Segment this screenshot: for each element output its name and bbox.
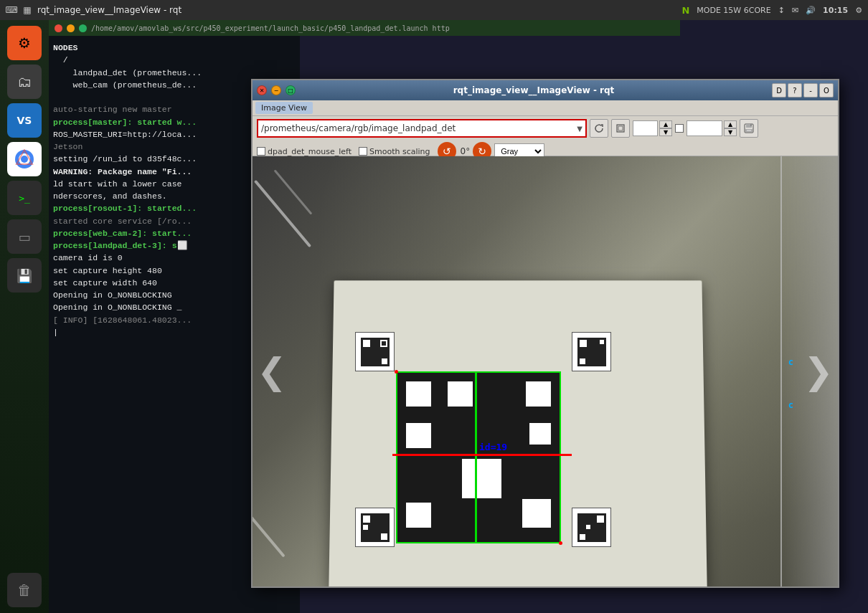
- sidebar-item-chrome[interactable]: [7, 142, 42, 176]
- sidebar-item-settings[interactable]: ⚙: [7, 26, 42, 60]
- mail-icon: ✉: [792, 6, 798, 15]
- save-image-button[interactable]: [740, 119, 758, 138]
- rqt-menubar: Image View: [253, 100, 838, 116]
- unit-value-input[interactable]: 0.01m: [687, 120, 722, 136]
- spin-group: ▲ ▼: [659, 120, 672, 136]
- nav-arrow-right[interactable]: ❯: [803, 351, 834, 392]
- corner-dot-tl: [395, 370, 398, 374]
- arrow-icon: ↕: [778, 6, 785, 15]
- checkbox1-box[interactable]: [257, 147, 265, 156]
- svg-rect-11: [617, 125, 624, 132]
- rqt-max-button[interactable]: □: [286, 85, 296, 95]
- green-vertical-line: [475, 371, 477, 543]
- mode-text: MODE 15W 6CORE: [697, 6, 770, 15]
- fiducial-tl-inner: [361, 338, 390, 366]
- term-line-nodes: NODES: [53, 42, 296, 54]
- monitor-icon: ▦: [22, 4, 33, 16]
- aruco-cell-6: [529, 423, 551, 445]
- aruco-cell-4: [406, 423, 431, 448]
- fit-checkbox-group: [675, 124, 684, 133]
- zoom-spinbox: 0 ▲ ▼: [633, 120, 672, 136]
- unit-spinbox: 0.01m ▲ ▼: [687, 120, 737, 136]
- term-line-slash: /: [53, 54, 296, 66]
- fit-button[interactable]: [611, 119, 630, 138]
- menu-item-imageview[interactable]: Image View: [255, 102, 313, 114]
- svg-rect-12: [618, 126, 623, 130]
- rqt-minimize-button[interactable]: -: [803, 83, 818, 98]
- spin-up-button[interactable]: ▲: [659, 120, 672, 128]
- fiducial-tr-inner: [577, 338, 606, 366]
- rqt-top-right-controls: D ? - O: [772, 83, 834, 98]
- sidebar-item-drive[interactable]: 💾: [7, 258, 42, 293]
- zoom-value-input[interactable]: 0: [633, 120, 658, 136]
- nvidia-icon: N: [681, 5, 689, 16]
- rqt-min-button[interactable]: −: [271, 85, 281, 95]
- spin-down-button[interactable]: ▼: [659, 128, 672, 136]
- keyboard-icon: ⌨: [6, 4, 17, 16]
- taskbar: ⌨ ▦ rqt_image_view__ImageView - rqt N MO…: [0, 0, 868, 20]
- close-dot[interactable]: [55, 24, 62, 32]
- rqt-window: ✕ − □ rqt_image_view__ImageView - rqt D …: [251, 79, 839, 588]
- fiducial-br-inner: [577, 513, 606, 542]
- topic-text: /prometheus/camera/rgb/image_landpad_det: [261, 123, 577, 133]
- rqt-info-button[interactable]: ?: [788, 83, 802, 98]
- rqt-help-d-button[interactable]: D: [772, 83, 786, 98]
- rqt-title-text: rqt_image_view__ImageView - rqt: [300, 85, 768, 95]
- nav-arrow-left[interactable]: ❮: [257, 351, 287, 392]
- rqt-close-button[interactable]: ✕: [257, 85, 267, 95]
- sidebar-item-monitor[interactable]: ▭: [7, 219, 42, 254]
- unit-spin-up-button[interactable]: ▲: [724, 120, 737, 128]
- aruco-cell-3: [526, 381, 551, 407]
- checkbox1-label[interactable]: dpad_det_mouse_left: [257, 147, 352, 156]
- checkbox2-box[interactable]: [359, 147, 367, 156]
- taskbar-right: N MODE 15W 6CORE ↕ ✉ 🔊 10:15 ⚙: [681, 5, 862, 16]
- fiducial-bottom-right: [572, 508, 611, 547]
- dropdown-arrow-icon: ▼: [577, 125, 582, 133]
- unit-spin-group: ▲ ▼: [724, 120, 737, 136]
- taskbar-left: ⌨ ▦ rqt_image_view__ImageView - rqt: [6, 4, 181, 16]
- side-label-2: c: [788, 400, 793, 410]
- max-dot[interactable]: [79, 24, 87, 32]
- checkbox1-text: dpad_det_mouse_left: [268, 147, 352, 156]
- rqt-close2-button[interactable]: O: [819, 83, 834, 98]
- settings-icon[interactable]: ⚙: [855, 6, 862, 15]
- sidebar-item-trash[interactable]: 🗑: [7, 573, 42, 607]
- toolbar-row1: /prometheus/camera/rgb/image_landpad_det…: [257, 119, 834, 138]
- corner-dot-br: [559, 541, 562, 545]
- fit-checkbox[interactable]: [675, 124, 684, 133]
- rqt-image-area: id=19 ❮ ❯ c c: [253, 156, 838, 586]
- fiducial-bl-inner: [361, 513, 390, 542]
- aruco-cell-5: [462, 459, 501, 498]
- rqt-toolbar: /prometheus/camera/rgb/image_landpad_det…: [253, 116, 838, 156]
- term-line-landpad: landpad_det (prometheus...: [53, 67, 296, 79]
- aruco-cell-7: [406, 503, 431, 528]
- volume-icon: 🔊: [806, 6, 816, 15]
- red-horizontal-line: [392, 454, 572, 456]
- top-terminal-header: /home/amov/amovlab_ws/src/p450_experimen…: [49, 20, 680, 36]
- aruco-id-label: id=19: [479, 442, 507, 452]
- unit-spin-down-button[interactable]: ▼: [724, 128, 737, 136]
- aruco-cell-8: [522, 499, 551, 528]
- svg-rect-17: [747, 130, 751, 131]
- svg-rect-15: [750, 124, 752, 126]
- aruco-cell-1: [406, 381, 431, 407]
- terminal-path-text: /home/amov/amovlab_ws/src/p450_experimen…: [91, 24, 450, 32]
- aruco-cell-2: [448, 381, 473, 407]
- refresh-button[interactable]: [590, 119, 608, 138]
- time-display: 10:15: [823, 6, 848, 15]
- sidebar: ⚙ 🗂 VS >_ ▭ 💾 🗑: [0, 20, 49, 613]
- topic-dropdown[interactable]: /prometheus/camera/rgb/image_landpad_det…: [257, 119, 587, 138]
- side-label-1: c: [788, 357, 793, 367]
- min-dot[interactable]: [67, 24, 75, 32]
- angle-display: 0°: [461, 146, 471, 156]
- rqt-titlebar: ✕ − □ rqt_image_view__ImageView - rqt D …: [253, 80, 838, 100]
- fiducial-top-right: [572, 332, 611, 371]
- sidebar-item-vscode[interactable]: VS: [7, 103, 42, 138]
- fiducial-top-left: [355, 332, 395, 371]
- aruco-main-marker: [396, 371, 561, 543]
- checkbox2-label[interactable]: Smooth scaling: [359, 147, 430, 156]
- sidebar-item-terminal[interactable]: >_: [7, 181, 42, 215]
- checkbox2-text: Smooth scaling: [369, 147, 430, 156]
- svg-point-2: [21, 156, 28, 163]
- sidebar-item-files[interactable]: 🗂: [7, 65, 42, 99]
